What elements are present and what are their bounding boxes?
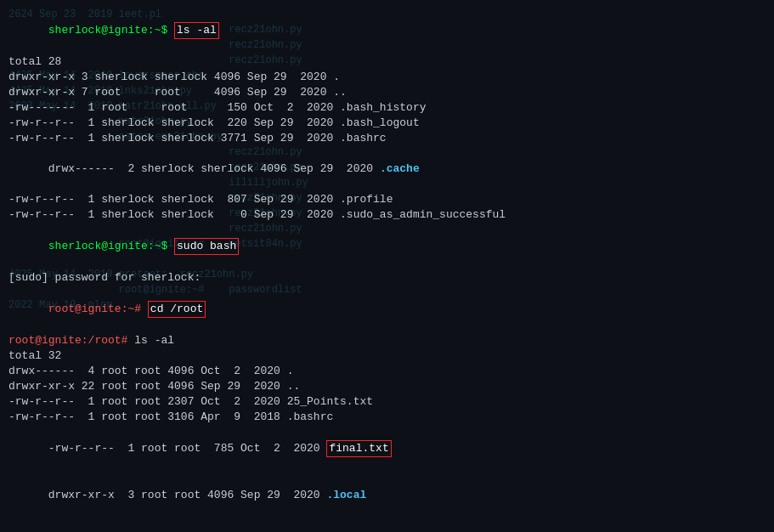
line-bash-history: -rw------- 1 root root 150 Oct 2 2020 .b…	[8, 100, 766, 116]
line-25points: -rw-r--r-- 1 root root 2307 Oct 2 2020 2…	[8, 394, 766, 410]
line-root-dir1: drwx------ 4 root root 4096 Oct 2 2020 .	[8, 364, 766, 379]
line-bashrc1: -rw-r--r-- 1 sherlock sherlock 3771 Sep …	[8, 131, 766, 146]
line-ls-al-root: root@ignite:/root# ls -al	[8, 333, 766, 348]
line-sudo-bash: sherlock@ignite:~$ sudo bash	[8, 223, 766, 270]
line-sudo: -rw-r--r-- 1 sherlock sherlock 0 Sep 29 …	[8, 207, 766, 223]
line-cd-root: root@ignite:~# cd /root	[8, 286, 766, 333]
line-dir1: drwxr-xr-x 3 sherlock sherlock 4096 Sep …	[8, 70, 766, 85]
line-total32: total 32	[8, 348, 766, 364]
terminal-content: sherlock@ignite:~$ ls -al total 28 drwxr…	[8, 7, 766, 532]
line-cache: drwx------ 2 sherlock sherlock 4096 Sep …	[8, 146, 766, 192]
prompt-sherlock-1: sherlock@ignite:~$	[48, 24, 174, 37]
cache-highlight: .cache	[380, 162, 420, 175]
local-highlight: .local	[326, 489, 366, 501]
terminal: 2624 Sep 23 2019 1eet.pl recz21ohn.py re…	[0, 0, 774, 532]
cmd-ls-al: ls -al	[174, 22, 219, 39]
cmd-cd-root: cd /root	[148, 301, 206, 318]
prompt-root-1: root@ignite:~#	[48, 303, 148, 315]
line-local: drwxr-xr-x 3 root root 4096 Sep 29 2020 …	[8, 473, 766, 518]
line-bashrc2: -rw-r--r-- 1 root root 3106 Apr 9 2018 .…	[8, 410, 766, 425]
line-dir2: drwxr-xr-x 7 root root 4096 Sep 29 2020 …	[8, 85, 766, 100]
line-ls-al: sherlock@ignite:~$ ls -al	[8, 7, 766, 54]
line-sudo-password: [sudo] password for sherlock:	[8, 270, 766, 286]
final-txt-highlight: final.txt	[326, 440, 391, 457]
prompt-sherlock-2: sherlock@ignite:~$	[48, 240, 174, 252]
line-maildir: drwx------ 5 root root 4096 Sep 29 2020 …	[8, 518, 766, 532]
line-root-dir2: drwxr-xr-x 22 root root 4096 Sep 29 2020…	[8, 379, 766, 394]
prompt-root-2: root@ignite:/root#	[8, 334, 134, 347]
cmd-sudo-bash: sudo bash	[174, 238, 239, 255]
line-final-txt: -rw-r--r-- 1 root root 785 Oct 2 2020 fi…	[8, 425, 766, 473]
line-total28: total 28	[8, 54, 766, 70]
line-profile1: -rw-r--r-- 1 sherlock sherlock 807 Sep 2…	[8, 192, 766, 207]
line-bash-logout: -rw-r--r-- 1 sherlock sherlock 220 Sep 2…	[8, 116, 766, 131]
